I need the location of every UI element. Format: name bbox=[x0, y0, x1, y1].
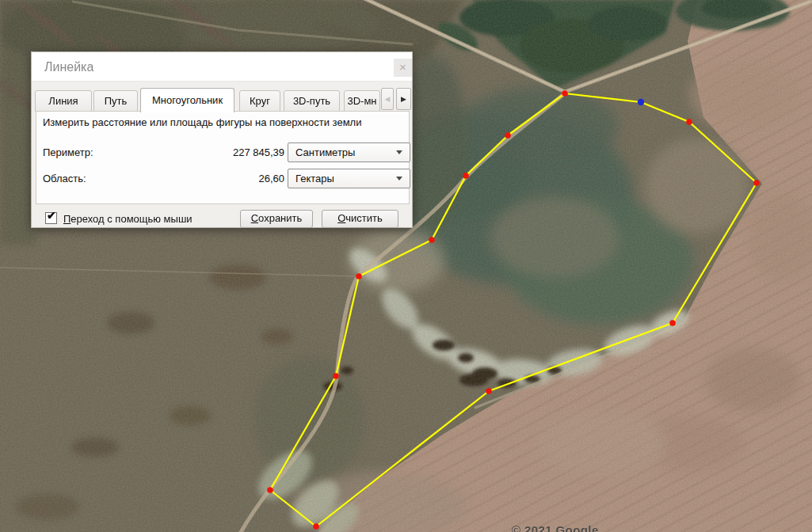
area-unit-value: Гектары bbox=[295, 173, 334, 184]
area-value: 26,60 bbox=[166, 173, 284, 184]
tab-line[interactable]: Линия bbox=[35, 90, 92, 112]
polygon-vertex-red[interactable] bbox=[562, 90, 568, 97]
tab-3d-polygon-label: 3D-мн bbox=[347, 95, 376, 107]
save-rest: охранить bbox=[258, 212, 302, 224]
perimeter-unit-value: Сантиметры bbox=[295, 146, 355, 158]
tab-3d-polygon[interactable]: 3D-мн bbox=[344, 90, 380, 112]
mouse-nav-rest: ереход с помощью мыши bbox=[71, 213, 192, 225]
mouse-nav-mnemonic: П bbox=[63, 213, 71, 225]
perimeter-label: Периметр: bbox=[43, 146, 93, 158]
polygon-tab-panel: Измерить расстояние или площадь фигуры н… bbox=[36, 111, 410, 204]
clear-mnemonic: О bbox=[337, 212, 345, 224]
polygon-vertex-red[interactable] bbox=[356, 273, 362, 279]
polygon-vertex-red[interactable] bbox=[753, 180, 760, 186]
dropdown-arrow-icon bbox=[396, 177, 402, 180]
tab-line-label: Линия bbox=[48, 95, 78, 107]
polygon-vertex-red[interactable] bbox=[267, 487, 273, 493]
polygon-vertex-red[interactable] bbox=[686, 119, 692, 125]
close-icon[interactable]: × bbox=[394, 59, 412, 77]
polygon-vertex-red[interactable] bbox=[313, 523, 319, 530]
polygon-vertex-red[interactable] bbox=[486, 388, 492, 394]
mouse-nav-label: Переход с помощью мыши bbox=[63, 213, 193, 225]
tab-circle[interactable]: Круг bbox=[239, 90, 280, 112]
tab-scroll-right-icon[interactable]: ▶ bbox=[396, 88, 411, 110]
tab-description: Измерить расстояние или площадь фигуры н… bbox=[43, 116, 361, 128]
tab-3d-path[interactable]: 3D-путь bbox=[284, 90, 340, 112]
dialog-titlebar[interactable]: Линейка × bbox=[32, 52, 412, 82]
dialog-title: Линейка bbox=[44, 52, 93, 82]
tab-3d-path-label: 3D-путь bbox=[293, 95, 330, 107]
check-icon: ✔ bbox=[47, 209, 56, 222]
dropdown-arrow-icon bbox=[396, 150, 402, 154]
area-unit-select[interactable]: Гектары bbox=[288, 169, 410, 188]
polygon-vertex-red[interactable] bbox=[463, 173, 469, 179]
polygon-vertex-red[interactable] bbox=[333, 373, 339, 379]
perimeter-value: 227 845,39 bbox=[166, 146, 284, 158]
google-earth-window: © 2021 Google Линейка × Линия Путь Много… bbox=[0, 0, 812, 532]
clear-button[interactable]: Очистить bbox=[322, 210, 398, 228]
tab-path[interactable]: Путь bbox=[93, 90, 138, 112]
mouse-nav-checkbox[interactable]: ✔ bbox=[45, 212, 57, 224]
tab-circle-label: Круг bbox=[250, 95, 270, 107]
tab-polygon[interactable]: Многоугольник bbox=[140, 88, 234, 112]
tab-path-label: Путь bbox=[105, 95, 128, 107]
ruler-dialog: Линейка × Линия Путь Многоугольник Круг … bbox=[31, 51, 413, 228]
polygon-vertex-red[interactable] bbox=[505, 132, 511, 139]
save-button[interactable]: Сохранить bbox=[240, 210, 313, 228]
clear-rest: чистить bbox=[345, 212, 382, 224]
google-watermark: © 2021 Google bbox=[512, 523, 599, 532]
area-label: Область: bbox=[43, 173, 86, 184]
polygon-vertex-red[interactable] bbox=[669, 320, 676, 326]
polygon-vertex-red[interactable] bbox=[429, 237, 435, 243]
tab-polygon-label: Многоугольник bbox=[152, 94, 223, 106]
save-mnemonic: С bbox=[251, 212, 258, 224]
polygon-vertex-blue[interactable] bbox=[638, 99, 644, 105]
tab-scroll-left-icon[interactable]: ◀ bbox=[381, 88, 394, 110]
perimeter-unit-select[interactable]: Сантиметры bbox=[288, 142, 410, 162]
